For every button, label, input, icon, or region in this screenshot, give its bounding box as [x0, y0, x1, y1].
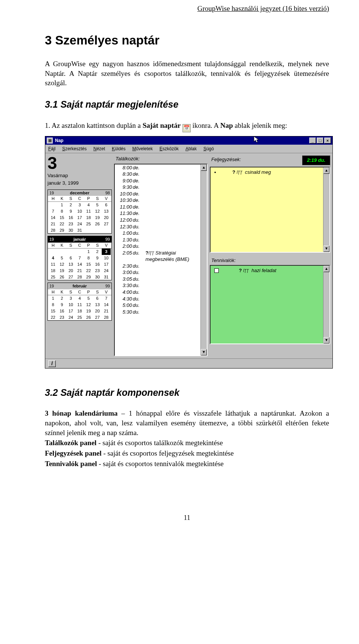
definition-list: 3 hónap kalendáriuma – 1 hónappal előre …	[45, 409, 329, 468]
statusbar: İ	[45, 358, 332, 368]
time-slot[interactable]: 3:30du.	[115, 282, 207, 289]
time-slot[interactable]: 8:00de.	[115, 164, 207, 171]
scroll-down-button[interactable]: ▼	[323, 246, 329, 252]
time-slot[interactable]: 8:30de.	[115, 171, 207, 178]
notes-label: Feljegyzések:	[210, 156, 302, 163]
step-bold: Saját naptár	[142, 121, 181, 129]
mouse-cursor-icon	[253, 136, 261, 145]
time-slot[interactable]: 2:30du.	[115, 263, 207, 269]
note-item[interactable]: • ? İŢŢ csinald meg	[211, 167, 329, 177]
tasks-listbox[interactable]: ? İŢŢ hazi feladat ▲ ▼	[210, 265, 330, 344]
time-slot[interactable]: 5:00du.	[115, 302, 207, 309]
svg-marker-0	[254, 136, 259, 142]
step-text: 1. Az asztalon kattintson duplán a	[45, 121, 142, 129]
statusbar-button[interactable]: İ	[48, 360, 56, 367]
calendar-icon: 📅	[182, 124, 191, 132]
menu-item[interactable]: Küldés	[112, 146, 126, 151]
page-number: 11	[45, 513, 329, 522]
appointments-label: Találkozók:	[114, 155, 208, 162]
scroll-up-button[interactable]: ▲	[323, 167, 329, 174]
menu-item[interactable]: Műveletek	[132, 146, 153, 151]
section-3-2-title: 3.2 Saját naptár komponensek	[45, 386, 329, 399]
window-title: Nap	[55, 138, 253, 144]
menu-item[interactable]: Fájl	[48, 146, 55, 151]
menu-item[interactable]: Ablak	[185, 146, 197, 151]
running-header: GroupWise használói jegyzet (16 bites ve…	[45, 4, 329, 13]
time-slot[interactable]: 10:00de.	[115, 191, 207, 197]
menubar[interactable]: FájlSzerkesztésNézetKüldésMűveletekEszkö…	[45, 145, 332, 153]
appointments-listbox[interactable]: 8:00de.8:30de.9:00de.9:30de.10:00de.10:3…	[114, 164, 208, 356]
time-slot[interactable]: 10:30de.	[115, 197, 207, 204]
bullet-icon: •	[214, 169, 216, 175]
question-icon: ?	[232, 169, 235, 175]
time-slot[interactable]: 12:30du.	[115, 224, 207, 230]
step-1: 1. Az asztalon kattintson duplán a Saját…	[45, 121, 329, 132]
scrollbar[interactable]: ▲ ▼	[323, 167, 329, 252]
menu-item[interactable]: Nézet	[93, 146, 105, 151]
day-name: Vasárnap	[47, 172, 112, 179]
task-text: hazi feladat	[251, 268, 276, 273]
time-slot[interactable]: 1:00du.	[115, 230, 207, 237]
close-button[interactable]: ×	[324, 138, 331, 144]
time-slot[interactable]: 9:30de.	[115, 184, 207, 191]
full-date: január 3, 1999	[47, 180, 112, 187]
nap-window: ▦ Nap _ □ × FájlSzerkesztésNézetKüldésMű…	[45, 136, 333, 369]
month-calendar[interactable]: 19február99HKSCPSV1234567891011121314151…	[47, 283, 112, 321]
time-slot[interactable]: 1:30du.	[115, 237, 207, 243]
time-slot[interactable]: 3:00du.	[115, 269, 207, 276]
system-menu-icon[interactable]: ▦	[47, 138, 53, 144]
maximize-button[interactable]: □	[317, 138, 323, 144]
tasks-label: Tennivalók:	[210, 257, 330, 264]
scroll-down-button[interactable]: ▼	[201, 349, 207, 355]
menu-item[interactable]: Eszközök	[160, 146, 179, 151]
time-slot[interactable]: 2:05du.?İŢŢ Stratégiai megbeszélés (BME)	[115, 250, 207, 263]
scroll-up-button[interactable]: ▲	[201, 164, 207, 171]
note-text: csinald meg	[245, 169, 271, 175]
time-slot[interactable]: 11:00de.	[115, 204, 207, 210]
menu-item[interactable]: Súgó	[203, 146, 214, 151]
notes-listbox[interactable]: • ? İŢŢ csinald meg ▲ ▼	[210, 167, 330, 253]
minimize-button[interactable]: _	[309, 138, 316, 144]
scrollbar[interactable]: ▲ ▼	[200, 164, 207, 355]
titlebar[interactable]: ▦ Nap _ □ ×	[45, 136, 332, 145]
month-calendar[interactable]: 19december98HKSCPSV123456789101112131415…	[47, 189, 112, 234]
time-slot[interactable]: 5:30du.	[115, 309, 207, 315]
time-slot[interactable]: 3:05du.	[115, 276, 207, 283]
month-calendar[interactable]: 19január99HKSCPSV12345678910111213141516…	[47, 236, 112, 280]
scroll-up-button[interactable]: ▲	[323, 266, 329, 272]
time-slot[interactable]: 11:30de.	[115, 210, 207, 217]
time-slot[interactable]: 9:00de.	[115, 178, 207, 184]
time-slot[interactable]: 4:30du.	[115, 296, 207, 302]
time-slot[interactable]: 4:00du.	[115, 289, 207, 296]
chapter-title: 3 Személyes naptár	[45, 32, 329, 49]
day-number: 3	[47, 155, 112, 171]
scroll-down-button[interactable]: ▼	[323, 337, 329, 343]
intro-paragraph: A GroupWise egy nagyon hasznos időmenedz…	[45, 59, 329, 88]
menu-item[interactable]: Szerkesztés	[62, 146, 86, 151]
section-3-1-title: 3.1 Saját naptár megjelenítése	[45, 98, 329, 111]
clock: 2:19 du.	[302, 155, 330, 165]
checkbox-icon[interactable]	[214, 268, 219, 273]
scrollbar[interactable]: ▲ ▼	[323, 266, 329, 343]
time-slot[interactable]: 12:00du.	[115, 217, 207, 224]
time-slot[interactable]: 2:00du.	[115, 243, 207, 250]
task-item[interactable]: ? İŢŢ hazi feladat	[211, 266, 329, 275]
question-icon: ?	[239, 268, 242, 273]
